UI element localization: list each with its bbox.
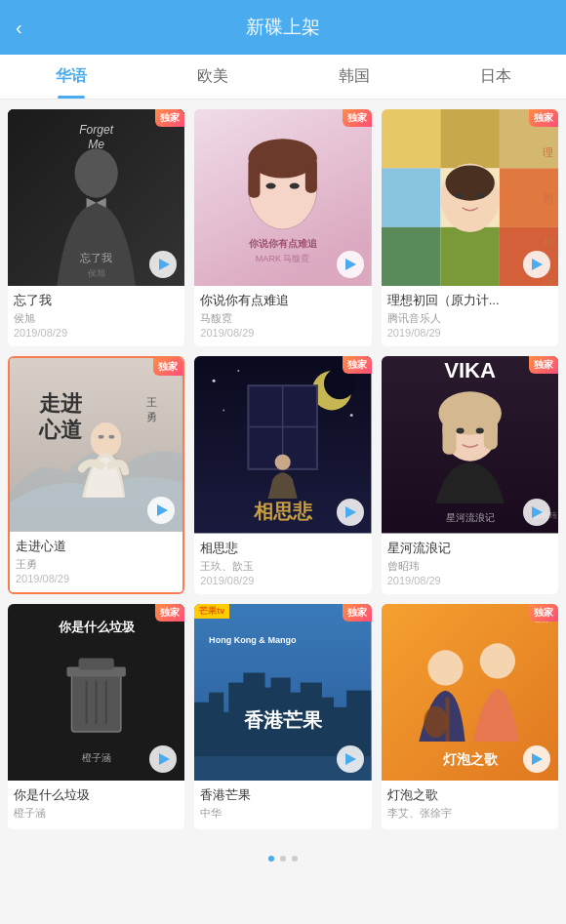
svg-rect-21 [382, 109, 440, 168]
card-date-4: 2019/08/29 [16, 573, 177, 584]
album-card-5[interactable]: 相思悲 独家 相思悲 王玖、歆玉 2019/08/29 [194, 356, 371, 593]
svg-point-54 [238, 370, 240, 372]
svg-point-40 [99, 435, 104, 439]
svg-point-16 [266, 183, 276, 189]
play-button-2[interactable] [337, 251, 364, 278]
svg-point-53 [213, 380, 216, 382]
card-date-5: 2019/08/29 [200, 575, 365, 586]
svg-point-55 [350, 414, 353, 417]
card-artist-8: 中华 [200, 806, 365, 821]
svg-point-36 [455, 193, 463, 198]
svg-text:灯泡之歌: 灯泡之歌 [441, 751, 498, 767]
card-date-6: 2019/08/29 [387, 575, 552, 586]
svg-point-63 [456, 428, 464, 434]
svg-rect-24 [382, 168, 440, 226]
svg-rect-28 [440, 227, 499, 286]
svg-point-17 [290, 183, 300, 189]
card-artist-3: 腾讯音乐人 [387, 311, 552, 326]
card-artist-6: 曾昭玮 [387, 559, 552, 574]
svg-text:相思悲: 相思悲 [253, 502, 313, 523]
page-title: 新碟上架 [246, 15, 320, 40]
svg-text:橙子涵: 橙子涵 [82, 752, 111, 763]
svg-point-94 [427, 650, 463, 685]
badge-exclusive-1: 独家 [155, 109, 184, 127]
album-card-8[interactable]: Hong Kong & Mango 香港芒果 独家 芒果tv 香港芒果 中华 [194, 604, 371, 829]
play-button-5[interactable] [337, 499, 364, 526]
svg-rect-22 [440, 109, 499, 168]
play-button-8[interactable] [337, 745, 364, 773]
card-title-9: 灯泡之歌 [387, 786, 552, 804]
svg-text:星河流浪记: 星河流浪记 [445, 513, 494, 524]
card-info-5: 相思悲 王玖、歆玉 2019/08/29 [194, 534, 371, 594]
badge-exclusive-8: 独家 [343, 604, 372, 622]
card-info-7: 你是什么垃圾 橙子涵 [8, 781, 184, 829]
card-title-7: 你是什么垃圾 [14, 786, 179, 804]
badge-exclusive-6: 独家 [529, 356, 558, 374]
card-title-4: 走进心道 [16, 538, 177, 555]
svg-text:侯旭: 侯旭 [88, 268, 105, 278]
tab-chinese[interactable]: 华语 [0, 55, 142, 99]
album-card-1[interactable]: Forget Me 忘了我 侯旭 独家 忘了我 侯旭 2019/08/29 [8, 109, 184, 346]
scroll-dot-3 [292, 856, 298, 862]
card-date-1: 2019/08/29 [14, 327, 179, 339]
tab-japanese[interactable]: 日本 [424, 55, 566, 99]
card-title-2: 你说你有点难追 [200, 292, 365, 309]
back-button[interactable]: ‹ [16, 17, 22, 39]
svg-point-97 [479, 643, 514, 678]
card-info-8: 香港芒果 中华 [194, 781, 371, 829]
card-title-5: 相思悲 [200, 540, 365, 557]
svg-point-56 [223, 410, 225, 412]
scroll-hint [0, 839, 566, 878]
card-artist-9: 李艾、张徐宇 [387, 806, 552, 821]
svg-text:Me: Me [88, 138, 104, 151]
scroll-dot-2 [280, 856, 286, 862]
album-grid: Forget Me 忘了我 侯旭 独家 忘了我 侯旭 2019/08/29 [0, 100, 566, 839]
card-info-2: 你说你有点难追 马馥霓 2019/08/29 [194, 286, 371, 346]
card-info-9: 灯泡之歌 李艾、张徐宇 [382, 781, 558, 829]
svg-rect-14 [249, 158, 261, 197]
card-title-6: 星河流浪记 [387, 540, 552, 557]
album-card-6[interactable]: VIKA 星河流浪记 曾昭玮 独家 星河流浪记 曾昭玮 2019/08/29 [382, 356, 558, 593]
card-info-4: 走进心道 王勇 2019/08/29 [10, 532, 182, 592]
card-info-6: 星河流浪记 曾昭玮 2019/08/29 [382, 534, 558, 594]
svg-rect-96 [445, 697, 449, 741]
svg-text:你是什么垃圾: 你是什么垃圾 [58, 620, 136, 634]
svg-point-64 [475, 428, 483, 434]
tab-bar: 华语 欧美 韩国 日本 [0, 55, 566, 100]
card-date-3: 2019/08/29 [387, 327, 552, 339]
card-info-3: 理想初回（原力计... 腾讯音乐人 2019/08/29 [382, 286, 558, 346]
badge-exclusive-9: 独家 [529, 604, 558, 622]
album-card-9[interactable]: 灯泡之歌 独家 独家 灯泡之歌 李艾、张徐宇 [382, 604, 558, 829]
tab-western[interactable]: 欧美 [142, 55, 283, 99]
svg-point-2 [75, 148, 118, 197]
svg-point-41 [108, 435, 114, 439]
svg-point-39 [91, 422, 122, 457]
tab-korean[interactable]: 韩国 [283, 55, 424, 99]
album-card-4[interactable]: 走进 心道 王 勇 独家 走进心道 王勇 2019/08/29 [8, 356, 184, 593]
play-button-9[interactable] [523, 745, 550, 773]
badge-exclusive-3: 独家 [529, 109, 558, 127]
card-artist-7: 橙子涵 [14, 806, 179, 821]
album-card-3[interactable]: 理 想 初 回 独家 理想初回（原力计... 腾讯音乐人 2019/08/29 [382, 109, 558, 346]
svg-rect-15 [305, 158, 317, 192]
card-artist-1: 侯旭 [14, 311, 179, 326]
svg-point-52 [275, 455, 291, 470]
card-artist-5: 王玖、歆玉 [200, 559, 365, 574]
svg-point-35 [445, 165, 494, 200]
play-button-4[interactable] [147, 497, 175, 524]
album-card-7[interactable]: 你是什么垃圾 橙子涵 独家 你是什么垃圾 橙子涵 [8, 604, 184, 829]
badge-mango-8: 芒果tv [194, 604, 229, 619]
svg-rect-62 [483, 411, 497, 450]
play-button-6[interactable] [523, 499, 550, 526]
svg-rect-26 [500, 168, 558, 226]
svg-text:香港芒果: 香港芒果 [244, 709, 323, 731]
card-title-8: 香港芒果 [200, 786, 365, 804]
album-card-2[interactable]: 你说你有点难追 MARK 马馥霓 独家 你说你有点难追 马馥霓 2019/08/… [194, 109, 371, 346]
scroll-dot-1 [268, 856, 274, 862]
svg-text:Forget: Forget [79, 123, 114, 137]
svg-text:VIKA: VIKA [444, 358, 496, 382]
card-artist-4: 王勇 [16, 557, 177, 572]
svg-point-95 [424, 705, 447, 737]
card-info-1: 忘了我 侯旭 2019/08/29 [8, 286, 184, 346]
card-title-3: 理想初回（原力计... [387, 292, 552, 309]
